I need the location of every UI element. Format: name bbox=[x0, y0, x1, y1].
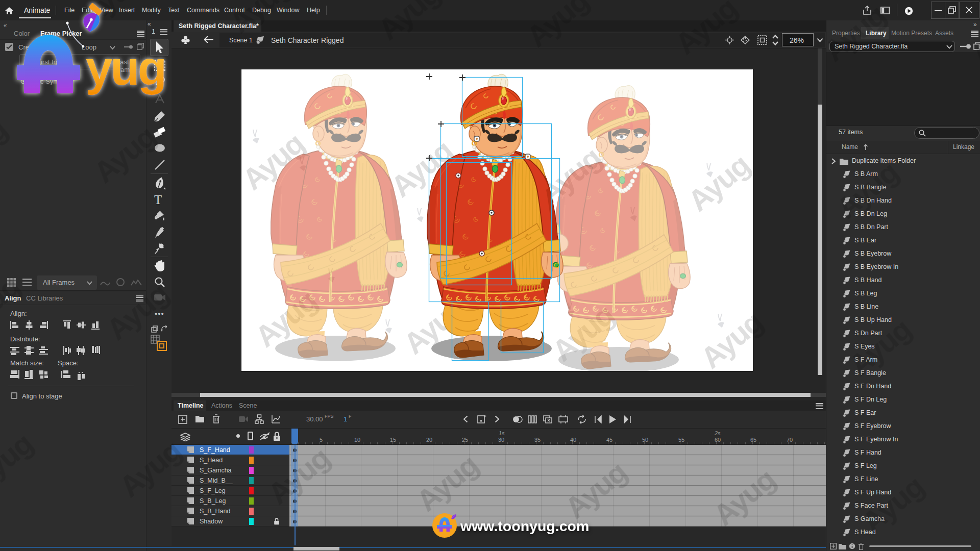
svg-text:Ayug: Ayug bbox=[694, 305, 753, 371]
svg-text:www.toonyug.com: www.toonyug.com bbox=[460, 518, 589, 534]
svg-text:Ayug: Ayug bbox=[681, 148, 753, 217]
